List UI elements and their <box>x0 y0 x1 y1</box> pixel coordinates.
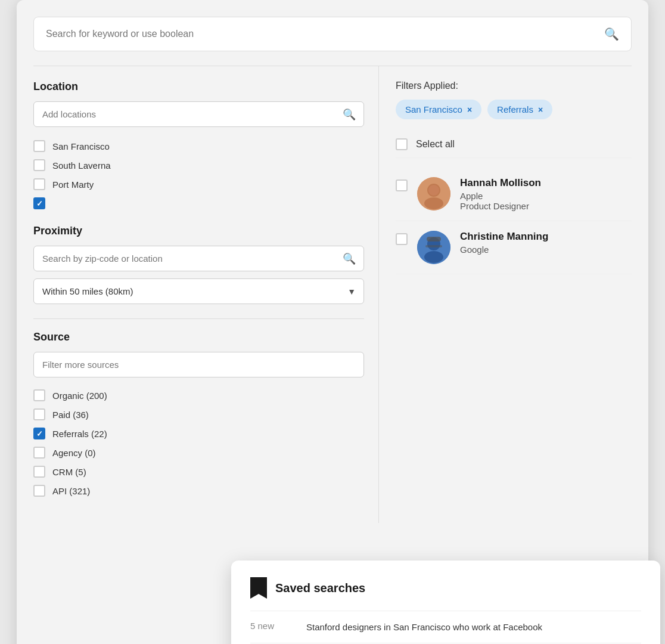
saved-search-query-1: Stanford designers in San Francisco who … <box>306 621 542 633</box>
list-item <box>33 194 364 213</box>
search-bar: 🔍 <box>33 17 632 51</box>
candidate-checkbox-hannah[interactable] <box>396 179 408 191</box>
source-title: Source <box>33 331 364 343</box>
right-panel: Filters Applied: San Francisco × Referra… <box>379 66 632 523</box>
filters-applied-label: Filters Applied: <box>396 80 632 91</box>
filter-tag-sf-label: San Francisco <box>405 104 462 114</box>
location-title: Location <box>33 80 364 93</box>
select-all-row: Select all <box>396 131 632 158</box>
remove-referrals-icon[interactable]: × <box>538 105 543 114</box>
location-section: Location 🔍 San Francisco South Laverna <box>33 80 364 213</box>
source-section: Source Organic (200) Paid (36) Referrals… <box>33 318 364 500</box>
saved-searches-title: Saved searches <box>275 581 365 595</box>
proximity-section: Proximity 🔍 Within 50 miles (80km) Withi… <box>33 225 364 304</box>
location-checkbox-list: San Francisco South Laverna Port Marty <box>33 137 364 213</box>
remove-sf-icon[interactable]: × <box>467 105 472 114</box>
filters-applied-section: Filters Applied: San Francisco × Referra… <box>396 80 632 119</box>
filter-tag-referrals-label: Referrals <box>497 104 533 114</box>
candidate-info-christine: Christine Manning Google <box>460 231 548 255</box>
list-item: South Laverna <box>33 156 364 175</box>
saved-searches-header: Saved searches <box>250 577 641 599</box>
select-all-label: Select all <box>416 139 455 150</box>
candidate-card-hannah: Hannah Mollison Apple Product Designer <box>396 168 632 221</box>
candidate-checkbox-col-hannah <box>396 177 408 191</box>
source-checkbox-api[interactable] <box>33 485 45 497</box>
candidate-name-christine: Christine Manning <box>460 231 548 243</box>
source-checkbox-crm[interactable] <box>33 466 45 478</box>
candidate-card-christine: Christine Manning Google <box>396 221 632 274</box>
search-bar-wrap: 🔍 <box>33 17 632 51</box>
avatar-hannah <box>417 177 450 210</box>
left-panel: Location 🔍 San Francisco South Laverna <box>33 66 379 523</box>
proximity-distance-select[interactable]: Within 50 miles (80km) Within 10 miles (… <box>33 278 364 304</box>
location-checkbox-san-francisco[interactable] <box>33 140 45 152</box>
svg-point-6 <box>424 251 443 263</box>
saved-searches-popup: Saved searches 5 new Stanford designers … <box>231 561 660 644</box>
candidate-info-hannah: Hannah Mollison Apple Product Designer <box>460 177 541 211</box>
list-item: Organic (200) <box>33 386 364 405</box>
source-label-referrals: Referrals (22) <box>52 429 107 439</box>
saved-search-list: 5 new Stanford designers in San Francisc… <box>250 611 641 644</box>
list-item: San Francisco <box>33 137 364 156</box>
main-container: 🔍 Location 🔍 San Francisco <box>17 0 648 644</box>
saved-search-count-1: 5 new <box>250 621 292 631</box>
proximity-search-input[interactable] <box>33 246 364 271</box>
filter-tag-san-francisco[interactable]: San Francisco × <box>396 100 481 119</box>
main-search-input[interactable] <box>46 29 604 39</box>
location-label-south-laverna: South Laverna <box>52 160 111 171</box>
location-checkbox-checked[interactable] <box>33 197 45 209</box>
avatar-hannah-svg <box>417 177 450 210</box>
candidate-company-hannah: Apple <box>460 191 541 201</box>
main-search-icon: 🔍 <box>604 27 619 41</box>
svg-point-3 <box>428 185 439 196</box>
filter-tag-referrals[interactable]: Referrals × <box>487 100 552 119</box>
avatar-christine-svg <box>417 231 450 264</box>
location-label-san-francisco: San Francisco <box>52 141 110 151</box>
avatar-christine <box>417 231 450 264</box>
source-label-organic: Organic (200) <box>52 391 107 401</box>
source-filter-input[interactable] <box>33 352 364 377</box>
select-all-checkbox[interactable] <box>396 138 408 150</box>
source-checkbox-referrals[interactable] <box>33 428 45 439</box>
candidate-role-hannah: Product Designer <box>460 201 541 211</box>
list-item: Paid (36) <box>33 405 364 424</box>
bookmark-icon <box>250 577 267 599</box>
proximity-search-icon: 🔍 <box>343 252 356 265</box>
source-label-agency: Agency (0) <box>52 448 96 458</box>
list-item: Agency (0) <box>33 443 364 462</box>
source-checkbox-organic[interactable] <box>33 389 45 401</box>
candidate-checkbox-col-christine <box>396 231 408 245</box>
location-input-wrap: 🔍 <box>33 101 364 127</box>
saved-search-item-1[interactable]: 5 new Stanford designers in San Francisc… <box>250 611 641 643</box>
svg-rect-8 <box>425 245 442 247</box>
proximity-input-wrap: 🔍 <box>33 246 364 271</box>
location-checkbox-port-marty[interactable] <box>33 178 45 190</box>
svg-rect-7 <box>427 237 441 242</box>
filter-tags: San Francisco × Referrals × <box>396 100 632 119</box>
location-search-icon: 🔍 <box>343 108 356 121</box>
candidate-company-christine: Google <box>460 244 548 255</box>
source-checkbox-agency[interactable] <box>33 447 45 459</box>
list-item: API (321) <box>33 481 364 500</box>
proximity-title: Proximity <box>33 225 364 237</box>
location-search-input[interactable] <box>33 101 364 127</box>
list-item: CRM (5) <box>33 462 364 481</box>
source-label-crm: CRM (5) <box>52 467 86 477</box>
list-item: Referrals (22) <box>33 424 364 443</box>
source-checkbox-paid[interactable] <box>33 408 45 420</box>
location-checkbox-south-laverna[interactable] <box>33 159 45 171</box>
location-label-port-marty: Port Marty <box>52 179 94 190</box>
source-label-paid: Paid (36) <box>52 410 89 420</box>
candidate-name-hannah: Hannah Mollison <box>460 177 541 189</box>
content-row: Location 🔍 San Francisco South Laverna <box>33 66 632 523</box>
source-checkbox-list: Organic (200) Paid (36) Referrals (22) A… <box>33 386 364 500</box>
candidate-checkbox-christine[interactable] <box>396 233 408 245</box>
source-label-api: API (321) <box>52 486 90 496</box>
list-item: Port Marty <box>33 175 364 194</box>
proximity-select-wrap: Within 50 miles (80km) Within 10 miles (… <box>33 278 364 304</box>
